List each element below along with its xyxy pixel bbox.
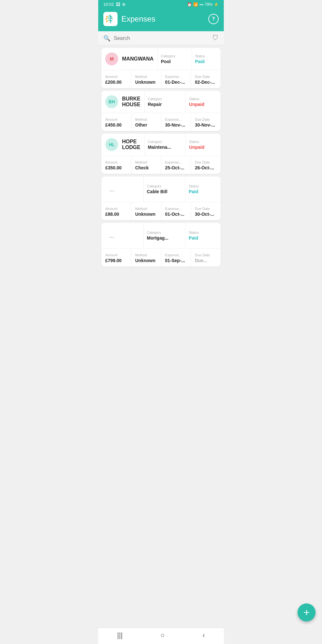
card-bottom-mangwana: Amount £200.00 Method Unknown Expense...… bbox=[101, 70, 221, 88]
method-value: Unknown bbox=[135, 80, 156, 85]
expense-date-value: 01-Oct-... bbox=[165, 212, 185, 217]
expense-card-cable-bill[interactable]: ... Category Cable Bill Status Paid Amou… bbox=[101, 176, 221, 220]
status-value: Unpaid bbox=[189, 145, 217, 150]
expense-label: Expense... bbox=[165, 253, 182, 257]
due-date-cell: Due Date 02-Dec-... bbox=[191, 70, 221, 88]
due-date-value: Due... bbox=[195, 258, 207, 263]
svg-point-1 bbox=[106, 16, 108, 17]
card-top-mortgage: ... Category Mortgag... Status Paid bbox=[101, 223, 221, 249]
card-status-hope-lodge: Status Unpaid bbox=[185, 134, 221, 156]
expense-card-mortgage[interactable]: ... Category Mortgag... Status Paid Amou… bbox=[101, 223, 221, 267]
expense-label: Expense... bbox=[165, 207, 182, 211]
card-status-burke-house: Status Unpaid bbox=[185, 91, 221, 113]
expense-card-mangwana[interactable]: M MANGWANA Category Pool Status Paid Amo… bbox=[101, 48, 221, 88]
category-value: Pool bbox=[161, 59, 188, 64]
card-top-hope-lodge: HL HOPE LODGE Category Maintena... Statu… bbox=[101, 134, 221, 156]
status-label: Status bbox=[189, 231, 217, 234]
help-button[interactable]: ? bbox=[208, 14, 219, 24]
method-value: Unknown bbox=[135, 212, 156, 217]
method-value: Other bbox=[135, 122, 147, 128]
status-value: Unpaid bbox=[189, 102, 217, 107]
status-wifi-icon: 📶 bbox=[193, 2, 198, 7]
filter-icon[interactable]: ⛉ bbox=[212, 34, 219, 42]
search-input[interactable] bbox=[114, 35, 209, 41]
expense-card-burke-house[interactable]: BH BURKE HOUSE Category Repair Status Un… bbox=[101, 91, 221, 131]
card-status-mortgage: Status Paid bbox=[185, 223, 221, 248]
card-category-burke-house: Category Repair bbox=[144, 91, 185, 113]
expense-label: Expense... bbox=[165, 118, 182, 121]
svg-point-2 bbox=[106, 18, 107, 20]
status-battery: 78% bbox=[205, 2, 213, 7]
avatar-mangwana: M bbox=[105, 52, 118, 65]
status-battery-icon: ⚡ bbox=[214, 2, 219, 7]
expense-label: Expense... bbox=[165, 160, 182, 164]
category-value: Cable Bill bbox=[147, 189, 182, 194]
expense-date-cell: Expense... 01-Dec-... bbox=[161, 70, 191, 88]
amount-value: £88.00 bbox=[105, 212, 119, 217]
status-label: Status bbox=[189, 97, 217, 101]
card-top-mangwana: M MANGWANA Category Pool Status Paid bbox=[101, 48, 221, 70]
card-top-cable-bill: ... Category Cable Bill Status Paid bbox=[101, 176, 221, 202]
card-top-burke-house: BH BURKE HOUSE Category Repair Status Un… bbox=[101, 91, 221, 113]
amount-cell: Amount £350.00 bbox=[101, 156, 131, 174]
due-label: Due Date bbox=[195, 207, 210, 211]
avatar-burke-house: BH bbox=[105, 95, 118, 108]
category-label: Category bbox=[161, 54, 188, 58]
method-cell: Method Unknown bbox=[131, 249, 161, 267]
method-label: Method bbox=[135, 253, 147, 257]
expense-date-cell: Expense... 01-Sep-... bbox=[161, 249, 191, 267]
expense-card-hope-lodge[interactable]: HL HOPE LODGE Category Maintena... Statu… bbox=[101, 134, 221, 174]
amount-label: Amount bbox=[105, 207, 118, 211]
entity-placeholder: ... bbox=[105, 227, 139, 244]
amount-cell: Amount £88.00 bbox=[101, 202, 131, 220]
card-name-section: ... bbox=[101, 176, 143, 202]
category-label: Category bbox=[148, 97, 182, 101]
method-cell: Method Unknown bbox=[131, 70, 161, 88]
card-category-cable-bill: Category Cable Bill bbox=[143, 176, 185, 202]
expense-date-value: 01-Sep-... bbox=[165, 258, 185, 263]
due-date-value: 30-Nov-... bbox=[195, 122, 215, 128]
status-label: Status bbox=[195, 54, 217, 58]
expense-date-cell: Expense... 25-Oct-... bbox=[161, 156, 191, 174]
method-label: Method bbox=[135, 207, 147, 211]
expense-date-value: 25-Oct-... bbox=[165, 165, 185, 170]
amount-cell: Amount £799.00 bbox=[101, 249, 131, 267]
amount-value: £799.00 bbox=[105, 258, 122, 263]
entity-name-mangwana: MANGWANA bbox=[122, 56, 154, 62]
due-label: Due Date bbox=[195, 75, 210, 79]
status-photo-icon: 🖼 bbox=[116, 2, 120, 7]
search-bar: 🔍 ⛉ bbox=[98, 31, 224, 45]
expense-date-value: 30-Nov-... bbox=[165, 122, 185, 128]
card-category-mortgage: Category Mortgag... bbox=[143, 223, 185, 248]
card-name-section: M MANGWANA bbox=[101, 48, 157, 70]
method-value: Unknown bbox=[135, 258, 156, 263]
card-bottom-hope-lodge: Amount £350.00 Method Check Expense... 2… bbox=[101, 156, 221, 174]
logo-svg bbox=[105, 13, 116, 25]
status-value: Paid bbox=[189, 235, 217, 241]
status-time: 10:02 bbox=[103, 2, 114, 7]
card-status-cable-bill: Status Paid bbox=[185, 176, 221, 202]
method-label: Method bbox=[135, 75, 147, 79]
entity-name-burke-house: BURKE HOUSE bbox=[122, 96, 140, 108]
card-category-mangwana: Category Pool bbox=[157, 48, 192, 70]
card-name-section: BH BURKE HOUSE bbox=[101, 91, 144, 113]
amount-label: Amount bbox=[105, 160, 118, 164]
method-cell: Method Unknown bbox=[131, 202, 161, 220]
app-header: Expenses ? bbox=[98, 9, 224, 31]
method-value: Check bbox=[135, 165, 149, 170]
entity-placeholder: ... bbox=[105, 181, 139, 197]
method-label: Method bbox=[135, 118, 147, 121]
due-date-cell: Due Date Due... bbox=[191, 249, 221, 267]
amount-label: Amount bbox=[105, 75, 118, 79]
expense-date-value: 01-Dec-... bbox=[165, 80, 185, 85]
due-date-value: 02-Dec-... bbox=[195, 80, 215, 85]
status-bar: 10:02 🖼 ⊕ ⏰ 📶 ▪▪▪ 78% ⚡ bbox=[98, 0, 224, 9]
status-other-icon: ⊕ bbox=[122, 2, 126, 7]
card-name-section: ... bbox=[101, 223, 143, 248]
amount-value: £200.00 bbox=[105, 80, 122, 85]
method-label: Method bbox=[135, 160, 147, 164]
category-value: Repair bbox=[148, 102, 182, 107]
status-value: Paid bbox=[189, 189, 217, 194]
method-cell: Method Other bbox=[131, 113, 161, 131]
due-date-cell: Due Date 30-Nov-... bbox=[191, 113, 221, 131]
